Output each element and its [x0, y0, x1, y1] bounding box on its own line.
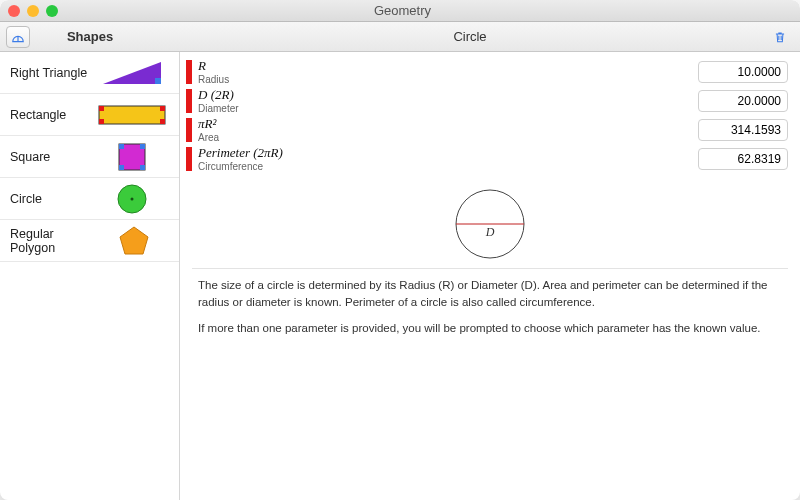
area-input[interactable]: [698, 119, 788, 141]
parameter-formula: D (2R): [198, 88, 692, 102]
svg-point-14: [131, 197, 134, 200]
sidebar-item-label: Square: [10, 150, 50, 164]
titlebar: Geometry: [0, 0, 800, 22]
parameter-caption: Circumference: [198, 161, 692, 172]
parameter-caption: Diameter: [198, 103, 692, 114]
perimeter-input[interactable]: [698, 148, 788, 170]
svg-rect-5: [160, 106, 165, 111]
svg-rect-11: [119, 165, 124, 170]
square-icon: [95, 140, 169, 174]
sidebar-item-label: Right Triangle: [10, 66, 87, 80]
svg-rect-6: [99, 119, 104, 124]
pentagon-icon: [98, 224, 169, 258]
svg-rect-3: [99, 106, 165, 124]
svg-rect-2: [155, 78, 161, 84]
sidebar-item-label: Regular Polygon: [10, 227, 98, 255]
svg-rect-7: [160, 119, 165, 124]
page-title: Circle: [180, 29, 760, 44]
window-title: Geometry: [13, 3, 792, 18]
circle-icon: [95, 182, 169, 216]
svg-rect-10: [140, 144, 145, 149]
circle-diagram: D: [440, 184, 540, 264]
parameter-formula: R: [198, 59, 692, 73]
right-triangle-icon: [95, 56, 169, 90]
sidebar: Right Triangle Rectangle Square: [0, 52, 180, 500]
sidebar-item-label: Circle: [10, 192, 42, 206]
description-paragraph: The size of a circle is determined by it…: [198, 277, 782, 310]
description-paragraph: If more than one parameter is provided, …: [198, 320, 782, 337]
sidebar-item-circle[interactable]: Circle: [0, 178, 179, 220]
sidebar-title: Shapes: [67, 29, 113, 44]
parameter-caption: Area: [198, 132, 692, 143]
trash-button[interactable]: [768, 26, 792, 48]
svg-text:D: D: [485, 225, 495, 239]
radius-input[interactable]: [698, 61, 788, 83]
sidebar-item-regular-polygon[interactable]: Regular Polygon: [0, 220, 179, 262]
diagram: D: [180, 174, 800, 268]
sidebar-item-square[interactable]: Square: [0, 136, 179, 178]
marker-bar: [186, 147, 192, 171]
marker-bar: [186, 118, 192, 142]
protractor-button[interactable]: [6, 26, 30, 48]
detail-panel: R Radius D (2R) Diameter πR² Area: [180, 52, 800, 500]
svg-rect-4: [99, 106, 104, 111]
parameter-formula: Perimeter (2πR): [198, 146, 692, 160]
parameter-row: D (2R) Diameter: [186, 87, 788, 115]
parameter-caption: Radius: [198, 74, 692, 85]
marker-bar: [186, 89, 192, 113]
sidebar-item-right-triangle[interactable]: Right Triangle: [0, 52, 179, 94]
marker-bar: [186, 60, 192, 84]
parameter-row: Perimeter (2πR) Circumference: [186, 145, 788, 173]
trash-icon: [773, 30, 787, 44]
rectangle-icon: [95, 98, 169, 132]
sidebar-item-label: Rectangle: [10, 108, 66, 122]
description: The size of a circle is determined by it…: [180, 269, 800, 355]
protractor-icon: [11, 30, 25, 44]
toolbar: Shapes Circle: [0, 22, 800, 52]
parameter-formula: πR²: [198, 117, 692, 131]
parameter-row: R Radius: [186, 58, 788, 86]
svg-rect-9: [119, 144, 124, 149]
svg-rect-12: [140, 165, 145, 170]
svg-marker-15: [120, 227, 148, 254]
sidebar-item-rectangle[interactable]: Rectangle: [0, 94, 179, 136]
diameter-input[interactable]: [698, 90, 788, 112]
parameter-row: πR² Area: [186, 116, 788, 144]
parameter-list: R Radius D (2R) Diameter πR² Area: [180, 52, 800, 173]
svg-marker-1: [103, 62, 161, 84]
